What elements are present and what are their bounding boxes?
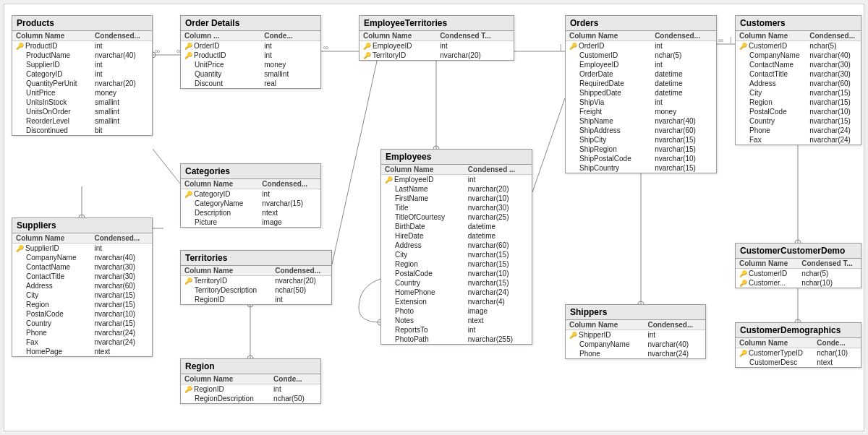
table-grid-territories: Column NameCondensed...🔑TerritoryIDnvarc…	[181, 266, 331, 304]
table-row: CustomerIDnchar(5)	[566, 51, 716, 60]
column-header-row: Column NameCondensed...	[566, 320, 705, 330]
column-name: 🔑ProductID	[181, 51, 260, 60]
column-name: ShipCountry	[566, 163, 651, 173]
column-name: ShipCity	[566, 135, 651, 145]
column-name: Notes	[381, 316, 464, 325]
column-type: datetime	[651, 79, 716, 88]
column-type: nvarchar(30)	[806, 60, 861, 69]
column-type: int	[651, 60, 716, 69]
column-type: nvarchar(10)	[651, 154, 716, 163]
col-header-0: Column Name	[381, 165, 464, 175]
table-title-customers: Customers	[736, 16, 861, 31]
table-grid-customercustomerdemo: Column NameCondensed T...🔑CustomerIDncha…	[736, 259, 861, 288]
table-shippers: ShippersColumn NameCondensed...🔑ShipperI…	[565, 304, 706, 359]
column-type: nvarchar(20)	[91, 79, 152, 88]
column-header-row: Column NameCondensed...	[12, 31, 152, 41]
col-header-1: Condensed...	[271, 266, 331, 276]
table-row: Countrynvarchar(15)	[381, 278, 532, 288]
column-type: datetime	[464, 231, 532, 241]
column-name: Country	[381, 278, 464, 288]
key-icon: 🔑	[184, 386, 192, 393]
table-row: PhotoPathnvarchar(255)	[381, 335, 532, 344]
column-name: City	[381, 250, 464, 259]
table-row: Addressnvarchar(60)	[381, 241, 532, 250]
column-name: CompanyName	[566, 340, 644, 349]
column-type: nvarchar(10)	[464, 194, 532, 203]
column-type: nvarchar(15)	[91, 319, 153, 328]
column-name: PostalCode	[381, 269, 464, 278]
column-type: datetime	[651, 69, 716, 79]
column-name: 🔑OrderID	[181, 41, 260, 51]
table-row: HomePagentext	[12, 347, 152, 356]
column-type: nvarchar(60)	[806, 79, 861, 88]
table-row: Titlenvarchar(30)	[381, 203, 532, 212]
table-orders: OrdersColumn NameCondensed...🔑OrderIDint…	[565, 15, 717, 173]
table-row: RegionIDint	[181, 295, 331, 304]
table-row: TerritoryDescriptionnchar(50)	[181, 285, 331, 295]
column-name: Address	[381, 241, 464, 250]
column-name: ReorderLevel	[12, 116, 91, 126]
table-row: UnitsOnOrdersmallint	[12, 107, 152, 116]
column-type: int	[271, 295, 331, 304]
key-icon: 🔑	[739, 270, 747, 277]
table-row: CustomerDescntext	[736, 358, 861, 367]
column-name: CustomerDesc	[736, 358, 813, 367]
column-type: int	[258, 189, 320, 199]
column-type: nvarchar(30)	[806, 69, 861, 79]
table-row: FirstNamenvarchar(10)	[381, 194, 532, 203]
col-header-1: Conde...	[813, 338, 861, 348]
table-row: ShipCountrynvarchar(15)	[566, 163, 716, 173]
column-name: Quantity	[181, 69, 260, 79]
table-row: ShippedDatedatetime	[566, 88, 716, 98]
key-icon: 🔑	[385, 176, 393, 184]
column-header-row: Column NameCondensed...	[566, 31, 716, 41]
table-row: HomePhonenvarchar(24)	[381, 288, 532, 297]
column-header-row: Column NameCondensed...	[181, 266, 331, 276]
table-grid-orders: Column NameCondensed...🔑OrderIDintCustom…	[566, 31, 716, 173]
table-row: PostalCodenvarchar(10)	[381, 269, 532, 278]
table-row: Regionnvarchar(15)	[736, 98, 861, 107]
key-icon: 🔑	[184, 52, 192, 59]
table-row: ShipAddressnvarchar(60)	[566, 126, 716, 135]
column-type: image	[464, 306, 532, 316]
column-type: nchar(50)	[271, 285, 331, 295]
key-icon: 🔑	[184, 43, 192, 50]
column-header-row: Column NameCondensed...	[181, 179, 320, 189]
key-icon: 🔑	[363, 52, 371, 59]
column-name: ContactName	[12, 262, 91, 272]
table-row: Phonenvarchar(24)	[12, 328, 152, 337]
column-type: nvarchar(15)	[464, 278, 532, 288]
table-grid-customerdemographics: Column NameConde...🔑CustomerTypeIDnchar(…	[736, 338, 861, 367]
table-title-products: Products	[12, 16, 152, 31]
column-name: CompanyName	[736, 51, 806, 60]
table-grid-shippers: Column NameCondensed...🔑ShipperIDintComp…	[566, 320, 705, 358]
column-type: nvarchar(20)	[436, 51, 514, 60]
column-name: Photo	[381, 306, 464, 316]
table-row: ShipCitynvarchar(15)	[566, 135, 716, 145]
column-type: nchar(5)	[798, 269, 861, 279]
column-type: int	[91, 41, 152, 51]
column-name: PostalCode	[736, 107, 806, 116]
column-name: City	[12, 290, 91, 300]
col-header-0: Column Name	[736, 31, 806, 41]
column-name: ShipAddress	[566, 126, 651, 135]
table-categories: CategoriesColumn NameCondensed...🔑Catego…	[180, 163, 321, 228]
column-name: Region	[736, 98, 806, 107]
column-name: SupplierID	[12, 60, 91, 69]
column-type: bit	[91, 126, 152, 135]
column-type: nchar(10)	[813, 348, 861, 358]
column-type: nvarchar(30)	[91, 272, 153, 281]
table-row: Phonenvarchar(24)	[736, 126, 861, 135]
column-type: nvarchar(40)	[91, 253, 153, 262]
column-type: nvarchar(20)	[464, 184, 532, 194]
table-row: ReportsToint	[381, 325, 532, 335]
table-row: Extensionnvarchar(4)	[381, 297, 532, 306]
column-name: 🔑TerritoryID	[359, 51, 436, 60]
table-row: ProductNamenvarchar(40)	[12, 51, 152, 60]
table-title-employeeterritories: EmployeeTerritories	[359, 16, 514, 31]
table-row: RegionDescriptionnchar(50)	[181, 394, 320, 403]
col-header-1: Condensed...	[91, 31, 152, 41]
column-type: money	[260, 60, 320, 69]
column-type: nvarchar(24)	[806, 126, 861, 135]
column-type: nvarchar(40)	[644, 340, 706, 349]
